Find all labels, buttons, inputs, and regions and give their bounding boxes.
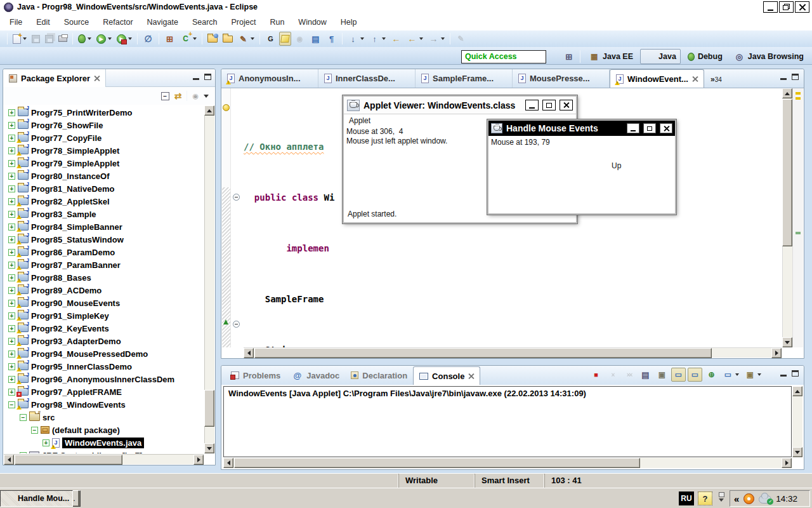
handle-mouse-events-title-bar[interactable]: Handle Mouse Events [488, 121, 675, 136]
help-tray-icon[interactable]: ? [698, 491, 712, 505]
restore-button[interactable] [779, 1, 794, 13]
show-stdout-when-changed-button[interactable]: ▭ [671, 368, 686, 382]
tree-item[interactable]: + Progr82_AppletSkel [4, 195, 204, 208]
tree-item[interactable]: + Progr93_AdapterDemo [4, 335, 204, 347]
applet-menu[interactable]: Applet [349, 116, 370, 125]
debug-button[interactable] [76, 32, 93, 46]
tree-expander-icon[interactable]: + [8, 160, 15, 167]
tree-item[interactable]: + WindowEvents.java [4, 436, 204, 449]
open-perspective-button[interactable]: ⊞ [561, 50, 576, 64]
link-with-editor-button[interactable]: ⇄ [174, 91, 182, 101]
overview-ruler[interactable] [792, 88, 803, 347]
pin-console-button[interactable]: ⊕ [704, 368, 719, 382]
format-button[interactable]: ✎ [236, 32, 256, 46]
editor-overflow-button[interactable]: »34 [710, 75, 722, 84]
tree-item[interactable]: + Progr97_AppletFRAME [4, 385, 204, 398]
tree-expander-icon[interactable]: + [8, 135, 15, 142]
scroll-lock-button[interactable]: ▣ [655, 368, 669, 382]
tree-item[interactable]: + Progr96_AnonymousInnerClassDem [4, 373, 204, 385]
terminate-button[interactable]: ■ [589, 368, 603, 382]
tree-expander-icon[interactable]: + [8, 198, 15, 205]
tree-expander-icon[interactable]: + [8, 211, 15, 218]
tree-item[interactable]: + Progr95_InnerClassDemo [4, 360, 204, 373]
tree-expander-icon[interactable]: + [8, 312, 15, 319]
show-stderr-when-changed-button[interactable]: ▭ [688, 368, 702, 382]
tree-expander-icon[interactable]: + [43, 439, 49, 446]
close-button[interactable] [795, 1, 809, 13]
dropdown-arrow-icon[interactable] [251, 37, 254, 40]
close-tab-icon[interactable] [468, 373, 474, 379]
view-tab[interactable]: Console [413, 366, 480, 385]
tree-item[interactable]: + Progr92_KeyEvents [4, 322, 204, 335]
tree-expander-icon[interactable]: + [8, 185, 15, 192]
tree-expander-icon[interactable]: + [8, 274, 15, 281]
tree-expander-icon[interactable]: + [8, 351, 15, 358]
dropdown-arrow-icon[interactable] [128, 37, 132, 40]
tree-expander-icon[interactable]: + [8, 338, 15, 345]
messenger-tray-icon[interactable] [743, 493, 754, 504]
clear-console-button[interactable]: ▤ [638, 368, 653, 382]
fold-collapse-icon[interactable] [233, 194, 240, 201]
last-edit-location-button[interactable]: G [263, 32, 278, 46]
dropdown-arrow-icon[interactable] [735, 373, 739, 376]
tree-expander-icon[interactable]: − [31, 427, 38, 434]
view-menu-button[interactable] [204, 95, 209, 98]
tree-item[interactable]: + Progr86_ParamDemo [4, 246, 204, 258]
perspective-button[interactable]: ◎ Java Browsing [730, 49, 808, 64]
menu-item[interactable]: Navigate [140, 14, 185, 30]
tree-item[interactable]: + Progr87_ParamBanner [4, 258, 204, 271]
remove-launch-button[interactable]: × [605, 368, 620, 382]
minimize-button[interactable] [763, 1, 778, 13]
menu-item[interactable]: Run [263, 14, 291, 30]
editor-tab[interactable]: SampleFrame... [416, 69, 513, 88]
taskbar-button[interactable]: Handle Mou... [0, 490, 73, 507]
quick-access-input[interactable]: Quick Access [461, 50, 546, 64]
console-horizontal-scrollbar[interactable] [223, 458, 792, 468]
minimize-editor-button[interactable] [780, 78, 787, 80]
menu-item[interactable]: Source [57, 14, 96, 30]
close-tab-icon[interactable] [692, 76, 698, 82]
overview-occurrence-mark[interactable] [796, 232, 801, 234]
tree-expander-icon[interactable]: − [8, 401, 15, 408]
tree-expander-icon[interactable]: + [8, 173, 15, 180]
tree-item[interactable]: + Progr80_InstanceOf [4, 170, 204, 182]
tree-expander-icon[interactable]: + [8, 122, 15, 129]
code-line[interactable]: SampleFrame [244, 293, 782, 305]
tree-expander-icon[interactable]: + [8, 236, 15, 243]
dropdown-arrow-icon[interactable] [757, 373, 761, 376]
tree-vertical-scrollbar[interactable] [204, 105, 214, 453]
close-button[interactable] [560, 100, 573, 110]
tree-expander-icon[interactable]: + [8, 325, 15, 332]
tree-item[interactable]: + Progr83_Sample [4, 208, 204, 220]
tree-item[interactable]: + Progr75_PrintWriterDemo [4, 106, 204, 119]
tree-item[interactable]: + Progr79_SimpleApplet [4, 157, 204, 170]
tree-item[interactable]: + Progr77_CopyFile [4, 131, 204, 144]
view-tab[interactable]: Problems [225, 366, 286, 385]
warning-marker-icon[interactable] [223, 104, 230, 111]
tree-item[interactable]: + Progr84_SimpleBanner [4, 220, 204, 233]
minimize-view-button[interactable] [193, 78, 199, 80]
perspective-button[interactable]: Debug [683, 49, 727, 64]
back-to-last-edit-button[interactable]: ← [389, 32, 403, 46]
display-selected-console-button[interactable]: ▭ [721, 368, 741, 382]
menu-item[interactable]: Window [291, 14, 333, 30]
editor-tab[interactable]: WindowEvent... [610, 69, 704, 88]
mark-occurrences-button[interactable] [279, 32, 291, 46]
tree-item[interactable]: − src [4, 411, 204, 424]
menu-item[interactable]: File [3, 14, 29, 30]
editor-vertical-scrollbar[interactable] [782, 88, 792, 347]
tree-item[interactable]: + Progr91_SimpleKey [4, 309, 204, 322]
menu-item[interactable]: Search [185, 14, 225, 30]
maximize-view-button[interactable] [204, 74, 211, 80]
tree-item[interactable]: + JRE System Library [jre7] [4, 449, 204, 453]
code-line[interactable]: implemen [244, 242, 782, 255]
sync-tray-icon[interactable] [759, 495, 771, 504]
next-annotation-button[interactable]: ↓ [346, 32, 366, 46]
close-view-icon[interactable] [94, 76, 100, 81]
minimize-view-button[interactable] [780, 375, 787, 377]
tree-expander-icon[interactable]: + [8, 262, 15, 269]
mark-location-button[interactable]: ✎ [454, 32, 468, 46]
tree-expander-icon[interactable]: + [8, 376, 15, 383]
synchronize-button[interactable]: ◉ [292, 32, 307, 46]
tree-item[interactable]: + Progr78_SimpleApplet [4, 144, 204, 157]
